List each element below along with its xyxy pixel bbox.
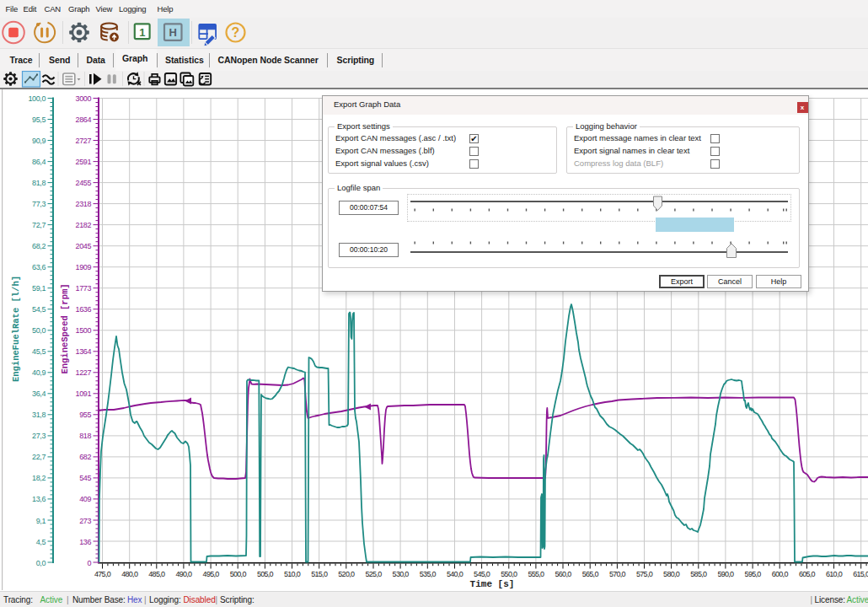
- svg-text:565,0: 565,0: [582, 570, 599, 578]
- svg-text:480,0: 480,0: [121, 570, 138, 578]
- svg-text:545: 545: [79, 474, 91, 482]
- svg-text:2591: 2591: [76, 158, 92, 166]
- svg-text:4,5: 4,5: [36, 538, 46, 546]
- svg-text:540,0: 540,0: [447, 570, 463, 578]
- svg-text:1636: 1636: [76, 305, 92, 314]
- svg-text:2318: 2318: [76, 200, 92, 208]
- svg-text:?: ?: [232, 25, 240, 40]
- svg-text:18,2: 18,2: [32, 474, 46, 482]
- svg-text:600,0: 600,0: [772, 570, 789, 578]
- svg-text:36,4: 36,4: [32, 389, 46, 398]
- svg-text:545,0: 545,0: [474, 570, 490, 578]
- svg-text:27,3: 27,3: [32, 432, 46, 440]
- svg-text:550,0: 550,0: [501, 570, 517, 578]
- svg-text:0: 0: [87, 559, 91, 567]
- svg-text:2727: 2727: [76, 137, 92, 145]
- svg-text:50,0: 50,0: [32, 326, 46, 335]
- svg-text:495,0: 495,0: [203, 570, 220, 578]
- svg-text:9,1: 9,1: [36, 517, 46, 525]
- svg-text:3000: 3000: [76, 94, 92, 103]
- svg-text:580,0: 580,0: [663, 570, 680, 578]
- svg-text:136: 136: [79, 538, 91, 546]
- svg-text:818: 818: [79, 432, 91, 440]
- svg-text:490,0: 490,0: [175, 570, 192, 578]
- svg-text:1091: 1091: [76, 389, 92, 398]
- svg-text:1773: 1773: [76, 284, 92, 293]
- svg-text:Time [s]: Time [s]: [470, 579, 515, 589]
- svg-text:520,0: 520,0: [338, 570, 355, 578]
- svg-text:95,5: 95,5: [32, 115, 46, 124]
- svg-text:54,5: 54,5: [32, 305, 46, 314]
- svg-text:610,0: 610,0: [826, 570, 843, 578]
- svg-text:560,0: 560,0: [555, 570, 571, 578]
- svg-text:68,2: 68,2: [32, 242, 46, 250]
- svg-text:22,7: 22,7: [32, 453, 46, 461]
- svg-text:570,0: 570,0: [609, 570, 626, 578]
- svg-text:535,0: 535,0: [420, 570, 437, 578]
- svg-text:1909: 1909: [76, 263, 92, 271]
- svg-text:525,0: 525,0: [365, 570, 382, 578]
- svg-text:45,5: 45,5: [32, 347, 46, 356]
- svg-text:585,0: 585,0: [690, 570, 707, 578]
- svg-text:2864: 2864: [76, 115, 92, 124]
- svg-text:505,0: 505,0: [257, 570, 274, 578]
- svg-text:1227: 1227: [76, 368, 92, 377]
- svg-text:0,0: 0,0: [36, 559, 46, 567]
- svg-text:81,8: 81,8: [32, 179, 46, 187]
- svg-text:409: 409: [79, 495, 91, 503]
- svg-text:1500: 1500: [76, 326, 92, 335]
- svg-text:273: 273: [79, 517, 91, 525]
- svg-text:H: H: [169, 26, 177, 39]
- svg-text:2182: 2182: [76, 221, 92, 229]
- svg-text:475,0: 475,0: [94, 570, 111, 578]
- svg-text:1364: 1364: [76, 347, 92, 356]
- svg-text:485,0: 485,0: [148, 570, 165, 578]
- svg-text:86,4: 86,4: [32, 158, 46, 166]
- svg-text:510,0: 510,0: [284, 570, 301, 578]
- svg-text:2455: 2455: [76, 179, 92, 187]
- svg-text:595,0: 595,0: [745, 570, 762, 578]
- svg-text:40,9: 40,9: [32, 368, 46, 377]
- svg-text:90,9: 90,9: [32, 137, 46, 145]
- svg-text:63,6: 63,6: [32, 263, 46, 271]
- svg-text:72,7: 72,7: [32, 221, 46, 229]
- svg-text:682: 682: [79, 453, 91, 461]
- svg-text:515,0: 515,0: [311, 570, 328, 578]
- svg-text:615,0: 615,0: [853, 570, 868, 578]
- svg-text:100,0: 100,0: [28, 94, 46, 103]
- svg-text:2045: 2045: [76, 242, 92, 250]
- svg-text:77,3: 77,3: [32, 200, 46, 208]
- svg-text:31,8: 31,8: [32, 411, 46, 419]
- svg-text:1: 1: [139, 26, 145, 39]
- svg-text:575,0: 575,0: [636, 570, 653, 578]
- svg-text:605,0: 605,0: [799, 570, 816, 578]
- svg-text:59,1: 59,1: [32, 284, 46, 293]
- svg-text:EngineFuelRate [l/h]: EngineFuelRate [l/h]: [11, 276, 21, 382]
- svg-text:13,6: 13,6: [32, 495, 46, 503]
- svg-text:555,0: 555,0: [528, 570, 544, 578]
- svg-text:955: 955: [79, 411, 91, 419]
- svg-text:EngineSpeed [rpm]: EngineSpeed [rpm]: [60, 283, 70, 373]
- svg-text:530,0: 530,0: [393, 570, 410, 578]
- svg-text:590,0: 590,0: [717, 570, 734, 578]
- svg-text:500,0: 500,0: [230, 570, 247, 578]
